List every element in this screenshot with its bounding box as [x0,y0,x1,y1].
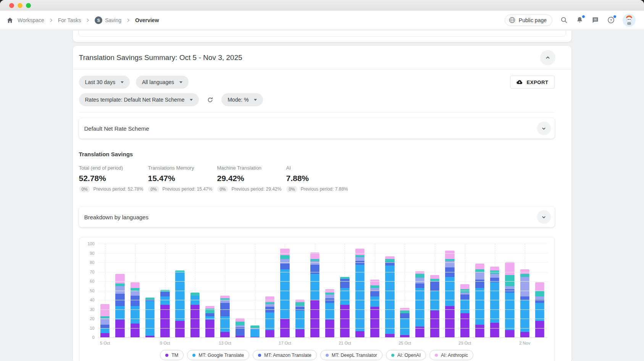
stacked-bar[interactable] [400,308,409,338]
bar-segment[interactable] [460,299,469,314]
bar-segment[interactable] [190,293,200,295]
bar-segment[interactable] [505,275,514,286]
bar-segment[interactable] [235,327,244,336]
bar-segment[interactable] [505,293,514,330]
stacked-bar[interactable] [160,290,169,338]
bar-segment[interactable] [325,303,334,320]
bar-segment[interactable] [490,278,499,282]
stacked-bar[interactable] [310,253,320,338]
bar-segment[interactable] [235,322,244,325]
bar-segment[interactable] [520,300,529,332]
bar-segment[interactable] [310,300,320,338]
close-window-button[interactable] [9,3,14,8]
bar-segment[interactable] [415,278,424,283]
bar-segment[interactable] [490,274,499,278]
bar-segment[interactable] [220,300,229,303]
bar-segment[interactable] [100,304,110,316]
bar-segment[interactable] [340,305,349,338]
export-button[interactable]: EXPORT [510,76,554,89]
bar-segment[interactable] [295,311,304,329]
bar-segment[interactable] [460,289,469,293]
bar-segment[interactable] [445,261,454,267]
bar-segment[interactable] [370,280,379,285]
bar-segment[interactable] [115,286,124,294]
bar-segment[interactable] [520,277,529,296]
legend-item[interactable]: AI: OpenAI [386,350,426,360]
rates-template-select[interactable]: Rates template: Default Net Rate Scheme [79,93,199,106]
bar-segment[interactable] [280,264,289,269]
stacked-bar[interactable] [385,256,394,338]
stacked-bar[interactable] [205,306,215,338]
bar-segment[interactable] [445,267,454,277]
bar-segment[interactable] [385,259,394,262]
stacked-bar[interactable] [325,289,334,338]
stacked-bar[interactable] [220,296,229,338]
bar-segment[interactable] [415,288,424,326]
bar-segment[interactable] [115,320,124,338]
date-range-select[interactable]: Last 30 days [79,76,130,89]
bar-segment[interactable] [295,302,304,306]
bar-segment[interactable] [115,306,124,320]
bar-segment[interactable] [265,304,274,307]
bar-segment[interactable] [460,313,469,338]
bar-segment[interactable] [535,321,544,338]
legend-item[interactable]: MT: Amazon Translate [253,350,317,360]
bar-segment[interactable] [355,249,364,255]
notifications-bell-icon[interactable] [576,16,584,24]
bar-segment[interactable] [475,325,484,338]
bar-segment[interactable] [430,311,439,338]
home-icon[interactable] [6,16,14,24]
bar-segment[interactable] [190,305,200,338]
stacked-bar[interactable] [460,284,469,338]
languages-select[interactable]: All languages [136,76,189,89]
bar-segment[interactable] [490,267,499,270]
bar-segment[interactable] [190,296,200,305]
bar-segment[interactable] [370,291,379,297]
bar-segment[interactable] [205,320,215,338]
bar-segment[interactable] [280,255,289,259]
legend-item[interactable]: MT: Google Translate [187,350,249,360]
bar-segment[interactable] [220,296,229,298]
bar-segment[interactable] [205,306,215,309]
breadcrumb-workspace[interactable]: Workspace [18,17,44,23]
stacked-bar[interactable] [475,264,484,338]
bar-segment[interactable] [280,259,289,264]
bar-segment[interactable] [130,282,139,288]
refresh-button[interactable] [205,95,215,105]
bar-segment[interactable] [175,321,184,338]
bar-segment[interactable] [280,269,289,319]
bar-segment[interactable] [280,319,289,338]
bar-segment[interactable] [265,307,274,312]
bar-segment[interactable] [130,296,139,306]
bar-segment[interactable] [355,261,364,265]
bar-segment[interactable] [520,274,529,277]
legend-item[interactable]: TM [160,350,184,360]
collapse-card-button[interactable] [540,50,555,65]
bar-segment[interactable] [505,286,514,289]
bar-segment[interactable] [100,329,110,333]
bar-segment[interactable] [445,251,454,259]
bar-segment[interactable] [430,282,439,291]
bar-segment[interactable] [490,282,499,322]
breadcrumb-for-tasks[interactable]: For Tasks [58,17,81,23]
stacked-bar[interactable] [265,296,274,338]
bar-segment[interactable] [430,275,439,279]
stacked-bar[interactable] [145,298,155,338]
bar-segment[interactable] [535,282,544,291]
bar-segment[interactable] [490,323,499,338]
bar-segment[interactable] [100,318,110,325]
bar-segment[interactable] [415,283,424,288]
bar-segment[interactable] [505,289,514,293]
bar-segment[interactable] [250,329,260,337]
bar-segment[interactable] [505,330,514,338]
expand-breakdown-button[interactable] [537,210,551,224]
bar-segment[interactable] [370,296,379,307]
search-icon[interactable] [560,16,568,24]
bar-segment[interactable] [325,289,334,293]
bar-segment[interactable] [415,274,424,278]
bar-segment[interactable] [490,270,499,274]
bar-segment[interactable] [340,279,349,288]
legend-item[interactable]: AI: Anthropic [429,350,473,360]
bar-segment[interactable] [535,296,544,299]
bar-segment[interactable] [535,303,544,321]
